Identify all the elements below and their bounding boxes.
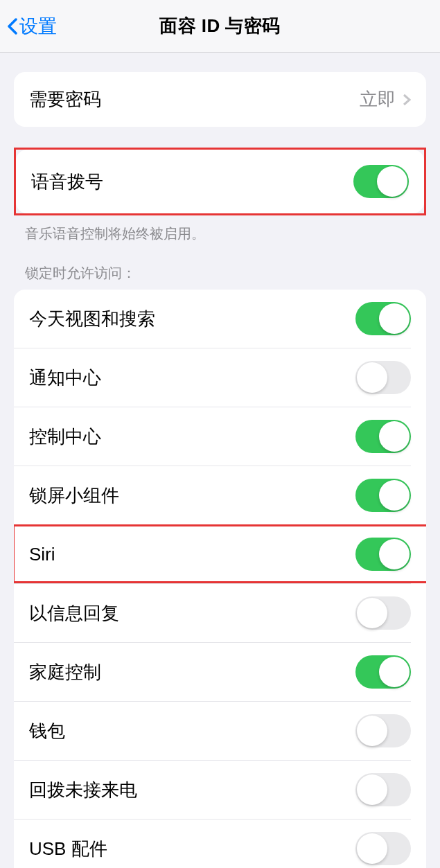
locked-row-switch[interactable] [355,420,411,453]
locked-row-label: 控制中心 [29,425,101,449]
locked-row-switch[interactable] [355,479,411,512]
chevron-right-icon [403,94,411,106]
locked-row-label: Siri [29,544,55,565]
locked-row-8: 回拨未接来电 [14,760,426,819]
back-label: 设置 [19,14,57,39]
locked-row-switch[interactable] [355,832,411,865]
locked-row-switch[interactable] [355,596,411,630]
voice-dial-switch[interactable] [353,165,409,198]
locked-row-label: 钱包 [29,719,65,743]
voice-dial-row: 语音拨号 [16,150,424,213]
voice-dial-footer: 音乐语音控制将始终被启用。 [0,215,440,243]
locked-access-header: 锁定时允许访问： [0,243,440,290]
locked-row-label: 家庭控制 [29,660,101,684]
back-button[interactable]: 设置 [7,14,57,39]
locked-row-2: 控制中心 [14,407,426,466]
locked-row-switch[interactable] [355,773,411,806]
locked-row-label: 通知中心 [29,366,101,390]
locked-row-3: 锁屏小组件 [14,466,426,524]
locked-row-1: 通知中心 [14,348,426,407]
voice-dial-highlight: 语音拨号 [14,148,426,215]
locked-row-6: 家庭控制 [14,642,426,701]
locked-row-label: 锁屏小组件 [29,484,119,508]
nav-bar: 设置 面容 ID 与密码 [0,0,440,53]
locked-row-5: 以信息回复 [14,583,426,642]
locked-row-switch[interactable] [355,361,411,394]
require-passcode-label: 需要密码 [29,87,101,112]
locked-row-label: USB 配件 [29,837,107,861]
locked-row-9: USB 配件 [14,819,426,868]
locked-row-label: 回拨未接来电 [29,778,137,802]
require-passcode-row[interactable]: 需要密码 立即 [14,72,426,127]
locked-row-label: 今天视图和搜索 [29,307,155,331]
require-passcode-group: 需要密码 立即 [14,72,426,127]
require-passcode-value: 立即 [360,87,396,112]
page-title: 面容 ID 与密码 [159,14,281,38]
locked-row-0: 今天视图和搜索 [14,290,426,348]
locked-row-switch[interactable] [355,302,411,335]
locked-row-label: 以信息回复 [29,601,119,626]
locked-row-switch[interactable] [355,714,411,747]
locked-row-7: 钱包 [14,701,426,760]
locked-row-switch[interactable] [355,538,411,571]
chevron-left-icon [7,18,18,35]
locked-access-group: 今天视图和搜索通知中心控制中心锁屏小组件Siri以信息回复家庭控制钱包回拨未接来… [14,290,426,868]
locked-row-switch[interactable] [355,655,411,689]
voice-dial-label: 语音拨号 [31,170,103,194]
locked-row-4: Siri [14,524,426,583]
